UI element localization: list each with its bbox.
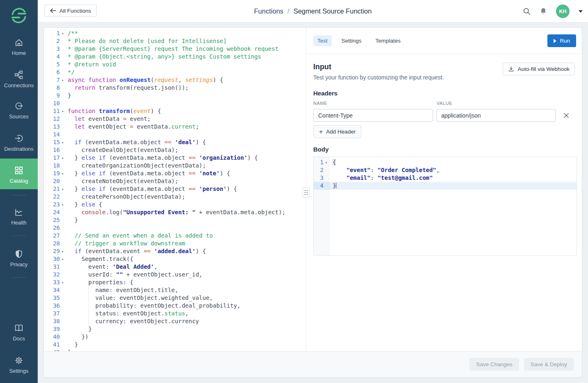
- save-changes-button[interactable]: Save Changes: [469, 358, 519, 371]
- code-line[interactable]: 21▾ } else if (eventData.meta.object == …: [44, 185, 306, 193]
- all-functions-back-button[interactable]: All Functions: [44, 5, 97, 17]
- fold-arrow-icon[interactable]: ▾: [62, 186, 64, 193]
- code-line[interactable]: 30▾ Segment.track({: [44, 255, 306, 263]
- fold-arrow-icon[interactable]: ▾: [62, 279, 64, 287]
- sidebar-item-connections[interactable]: Connections: [0, 70, 38, 88]
- sidebar-item-sources[interactable]: Sources: [0, 102, 38, 120]
- segment-logo-icon[interactable]: [0, 7, 38, 26]
- code-line[interactable]: 29▾ if (eventData.event == 'added.deal')…: [44, 247, 306, 255]
- code-line[interactable]: 34 name: eventObject.title,: [44, 286, 306, 294]
- code-line[interactable]: 7▾async function onRequest(request, sett…: [44, 76, 306, 84]
- code-line[interactable]: 38 currency: eventObject.currency: [44, 317, 306, 325]
- breadcrumb-functions-link[interactable]: Functions: [254, 7, 284, 15]
- code-line[interactable]: 3* @param {ServerRequest} request The in…: [44, 45, 306, 53]
- fold-arrow-icon[interactable]: ▾: [62, 30, 64, 38]
- tab-settings[interactable]: Settings: [337, 35, 366, 46]
- code-line[interactable]: 16 createDealObject(eventData);: [44, 146, 306, 154]
- line-number-gutter: 39: [44, 325, 68, 333]
- code-line[interactable]: 36 probability: eventObject.deal_probabi…: [44, 302, 306, 310]
- fold-arrow-icon[interactable]: ▾: [62, 170, 64, 178]
- close-icon: [563, 113, 569, 118]
- code-line[interactable]: 19▾ } else if (eventData.meta.object == …: [44, 170, 306, 177]
- line-number-gutter: 32: [44, 271, 68, 279]
- sidebar-item-destinations[interactable]: Destinations: [0, 134, 38, 152]
- code-line[interactable]: 4* @param {Object.<string, any>} setting…: [44, 53, 306, 61]
- fold-arrow-icon[interactable]: ▾: [62, 256, 64, 263]
- code-line[interactable]: 9}: [44, 92, 306, 100]
- code-line[interactable]: 22 createPersonObject(eventData);: [44, 193, 306, 201]
- code-line[interactable]: 23▾ } else {: [44, 201, 306, 208]
- code-line[interactable]: 1▾/**: [44, 29, 306, 37]
- code-line-text: async function onRequest(request, settin…: [68, 76, 306, 84]
- fold-arrow-icon[interactable]: ▾: [62, 139, 64, 147]
- code-line[interactable]: 28 // trigger a workflow downstream: [44, 240, 306, 247]
- code-line[interactable]: 35 value: eventObject.weighted_value,: [44, 294, 306, 302]
- code-line[interactable]: 39 }: [44, 325, 306, 333]
- line-number-gutter: 4: [314, 182, 330, 190]
- sidebar-item-catalog[interactable]: Catalog: [0, 159, 38, 189]
- fold-arrow-icon[interactable]: ▾: [62, 77, 64, 84]
- body-json-editor[interactable]: 1▾{2 "event": "Order Completed",3 "email…: [313, 156, 577, 256]
- account-caret-down-icon[interactable]: [579, 10, 583, 13]
- search-button[interactable]: [523, 7, 531, 15]
- code-line[interactable]: 4}: [314, 182, 577, 190]
- code-line[interactable]: 17▾ } else if (eventData.meta.object == …: [44, 154, 306, 162]
- autofill-webhook-button[interactable]: Auto-fill via Webhook: [503, 63, 575, 75]
- code-line[interactable]: 37 status: eventObject.status,: [44, 310, 306, 317]
- code-editor[interactable]: 1▾/**2* Please do not delete [used for I…: [44, 28, 306, 351]
- code-line[interactable]: 32 userId: "" + eventObject.user_id,: [44, 271, 306, 279]
- header-name-input[interactable]: [313, 109, 433, 122]
- notifications-button[interactable]: [540, 7, 547, 15]
- code-line[interactable]: 11▾function transform(event) {: [44, 107, 306, 115]
- add-header-button[interactable]: + Add Header: [313, 125, 361, 138]
- code-line[interactable]: 27 // Send an event when a deal is added…: [44, 232, 306, 240]
- sidebar-item-health[interactable]: Health: [0, 208, 38, 226]
- header-value-input[interactable]: [436, 109, 556, 122]
- code-line[interactable]: 6*/: [44, 68, 306, 76]
- code-line[interactable]: 24 console.log("Unsupported Event: " + e…: [44, 208, 306, 216]
- code-line[interactable]: 1▾{: [314, 159, 577, 166]
- code-line[interactable]: 12 let eventData = event;: [44, 115, 306, 123]
- tab-test[interactable]: Test: [313, 35, 332, 46]
- sidebar-item-privacy[interactable]: Privacy: [0, 249, 38, 267]
- code-line[interactable]: 20 createNoteObject(eventData);: [44, 177, 306, 185]
- line-number: 2: [44, 37, 60, 45]
- fold-arrow-icon[interactable]: ▾: [62, 201, 64, 209]
- code-line[interactable]: 41 }: [44, 341, 306, 349]
- save-deploy-button[interactable]: Save & Deploy: [524, 358, 574, 371]
- fold-arrow-icon[interactable]: ▾: [325, 159, 327, 167]
- tab-templates[interactable]: Templates: [371, 35, 405, 46]
- code-line[interactable]: 26: [44, 224, 306, 232]
- code-line[interactable]: 31 event: 'Deal Added',: [44, 263, 306, 271]
- code-line[interactable]: 15▾ if (eventData.meta.object == 'deal')…: [44, 138, 306, 146]
- sidebar-item-docs[interactable]: Docs: [0, 324, 38, 342]
- code-line-text: name: eventObject.title,: [68, 286, 306, 294]
- code-line[interactable]: 14: [44, 131, 306, 138]
- sidebar-item-home[interactable]: Home: [0, 38, 38, 56]
- code-line[interactable]: 2 "event": "Order Completed",: [314, 166, 577, 174]
- code-line[interactable]: 8 return transform(request.json());: [44, 84, 306, 92]
- sidebar-item-label: Docs: [0, 335, 38, 342]
- code-line[interactable]: 25 }: [44, 216, 306, 224]
- code-line[interactable]: 18 createOrganizationObject(eventData);: [44, 162, 306, 170]
- code-line[interactable]: 10: [44, 100, 306, 107]
- fold-arrow-icon[interactable]: ▾: [62, 154, 64, 162]
- sidebar-divider: [11, 277, 26, 278]
- fold-arrow-icon[interactable]: ▾: [62, 108, 64, 116]
- breadcrumb-separator: /: [287, 7, 289, 15]
- avatar[interactable]: KH: [556, 5, 570, 18]
- code-line[interactable]: 33▾ properties: {: [44, 279, 306, 286]
- code-line[interactable]: 3 "email": "test@gmail.com": [314, 174, 577, 182]
- run-button[interactable]: Run: [547, 34, 576, 47]
- pane-resize-handle[interactable]: [303, 187, 310, 198]
- search-icon: [523, 7, 531, 15]
- line-number-gutter: 6: [44, 68, 68, 76]
- sidebar-item-settings[interactable]: Settings: [0, 356, 38, 374]
- line-number-gutter: 24: [44, 208, 68, 216]
- code-line[interactable]: 13 let eventObject = eventData.current;: [44, 123, 306, 131]
- fold-arrow-icon[interactable]: ▾: [62, 248, 64, 256]
- code-line[interactable]: 40 }): [44, 333, 306, 341]
- code-line[interactable]: 2* Please do not delete [used for Intell…: [44, 37, 306, 45]
- remove-header-button[interactable]: [563, 113, 569, 118]
- code-line[interactable]: 5* @return void: [44, 61, 306, 68]
